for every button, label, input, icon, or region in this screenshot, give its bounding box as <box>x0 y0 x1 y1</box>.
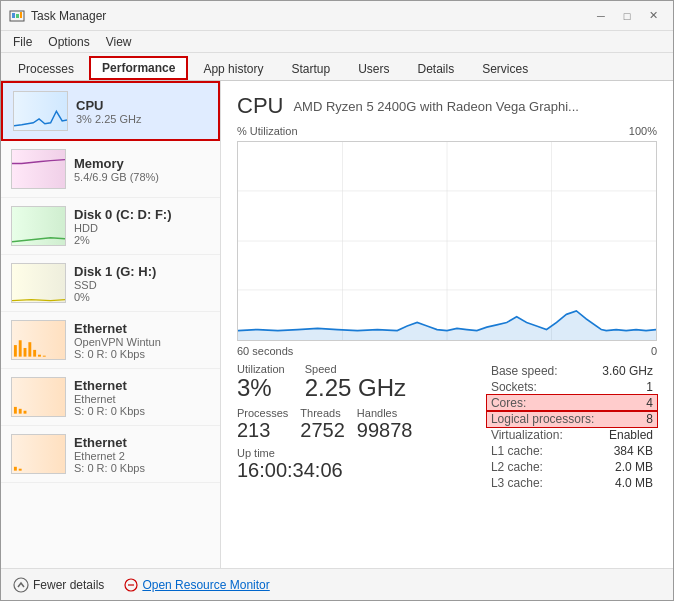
disk0-item-sub1: HDD <box>74 222 210 234</box>
table-row-cores: Cores: 4 <box>487 395 657 411</box>
tab-users[interactable]: Users <box>345 57 402 80</box>
titlebar-left: Task Manager <box>9 8 106 24</box>
cpu-item-info: CPU 3% 2.25 GHz <box>76 98 208 125</box>
eth1-item-sub2: S: 0 R: 0 Kbps <box>74 348 210 360</box>
chevron-up-icon <box>13 577 29 593</box>
svg-rect-4 <box>14 345 17 357</box>
sidebar-item-cpu[interactable]: CPU 3% 2.25 GHz <box>1 81 220 141</box>
eth3-item-sub2: S: 0 R: 0 Kbps <box>74 462 210 474</box>
cpu-item-name: CPU <box>76 98 208 113</box>
cpu-item-sub: 3% 2.25 GHz <box>76 113 208 125</box>
virtualization-value: Enabled <box>598 427 657 443</box>
disk1-item-name: Disk 1 (G: H:) <box>74 264 210 279</box>
tab-processes[interactable]: Processes <box>5 57 87 80</box>
disk0-item-name: Disk 0 (C: D: F:) <box>74 207 210 222</box>
menu-options[interactable]: Options <box>40 33 97 51</box>
sidebar-item-disk0[interactable]: Disk 0 (C: D: F:) HDD 2% <box>1 198 220 255</box>
uptime-label: Up time <box>237 447 477 459</box>
eth2-item-sub1: Ethernet <box>74 393 210 405</box>
eth3-item-sub1: Ethernet 2 <box>74 450 210 462</box>
sidebar-item-disk1[interactable]: Disk 1 (G: H:) SSD 0% <box>1 255 220 312</box>
uptime-value: 16:00:34:06 <box>237 459 477 481</box>
svg-rect-7 <box>28 342 31 356</box>
sidebar: CPU 3% 2.25 GHz Memory 5.4/6.9 GB (78%) <box>1 81 221 568</box>
chart-time-labels: 60 seconds 0 <box>237 345 657 357</box>
window-title: Task Manager <box>31 9 106 23</box>
disk1-thumbnail <box>11 263 66 303</box>
resource-monitor-icon <box>124 578 138 592</box>
sockets-label: Sockets: <box>487 379 598 395</box>
detail-header: CPU AMD Ryzen 5 2400G with Radeon Vega G… <box>237 93 657 119</box>
eth1-item-name: Ethernet <box>74 321 210 336</box>
table-row: Base speed: 3.60 GHz <box>487 363 657 379</box>
fewer-details-label: Fewer details <box>33 578 104 592</box>
svg-rect-11 <box>14 407 17 414</box>
svg-rect-6 <box>24 348 27 357</box>
chart-y-label: % Utilization <box>237 125 298 137</box>
left-stats: Utilization 3% Speed 2.25 GHz Processes … <box>237 363 477 491</box>
processes-block: Processes 213 <box>237 407 288 441</box>
minimize-button[interactable]: ─ <box>589 5 613 27</box>
svg-rect-9 <box>38 355 41 357</box>
l2-cache-label: L2 cache: <box>487 459 598 475</box>
tab-app-history[interactable]: App history <box>190 57 276 80</box>
table-row-logical: Logical processors: 8 <box>487 411 657 427</box>
table-row: Virtualization: Enabled <box>487 427 657 443</box>
memory-item-name: Memory <box>74 156 210 171</box>
menubar: File Options View <box>1 31 673 53</box>
resource-monitor-link[interactable]: Open Resource Monitor <box>124 578 269 592</box>
base-speed-label: Base speed: <box>487 363 598 379</box>
eth2-item-name: Ethernet <box>74 378 210 393</box>
handles-block: Handles 99878 <box>357 407 413 441</box>
maximize-button[interactable]: □ <box>615 5 639 27</box>
svg-rect-5 <box>19 340 22 356</box>
l2-cache-value: 2.0 MB <box>598 459 657 475</box>
tab-startup[interactable]: Startup <box>278 57 343 80</box>
table-row: L3 cache: 4.0 MB <box>487 475 657 491</box>
svg-rect-12 <box>19 409 22 414</box>
eth1-thumbnail <box>11 320 66 360</box>
eth3-thumbnail <box>11 434 66 474</box>
sidebar-item-memory[interactable]: Memory 5.4/6.9 GB (78%) <box>1 141 220 198</box>
eth3-item-name: Ethernet <box>74 435 210 450</box>
cores-value: 4 <box>598 395 657 411</box>
svg-point-24 <box>14 578 28 592</box>
close-button[interactable]: ✕ <box>641 5 665 27</box>
chart-axis-labels: % Utilization 100% <box>237 125 657 137</box>
l1-cache-value: 384 KB <box>598 443 657 459</box>
svg-rect-10 <box>43 356 46 357</box>
base-speed-value: 3.60 GHz <box>598 363 657 379</box>
svg-rect-1 <box>12 13 15 18</box>
right-stats-table: Base speed: 3.60 GHz Sockets: 1 Cores: 4 <box>487 363 657 491</box>
handles-value: 99878 <box>357 419 413 441</box>
tab-performance[interactable]: Performance <box>89 56 188 80</box>
fewer-details-button[interactable]: Fewer details <box>13 577 104 593</box>
tab-services[interactable]: Services <box>469 57 541 80</box>
uptime-block: Up time 16:00:34:06 <box>237 447 477 481</box>
chart-y-max: 100% <box>629 125 657 137</box>
svg-rect-14 <box>14 467 17 471</box>
svg-rect-13 <box>24 411 27 414</box>
cpu-thumbnail <box>13 91 68 131</box>
table-row: Sockets: 1 <box>487 379 657 395</box>
l3-cache-value: 4.0 MB <box>598 475 657 491</box>
cpu-chart <box>237 141 657 341</box>
memory-thumbnail <box>11 149 66 189</box>
table-row: L2 cache: 2.0 MB <box>487 459 657 475</box>
tab-details[interactable]: Details <box>404 57 467 80</box>
virtualization-label: Virtualization: <box>487 427 598 443</box>
menu-view[interactable]: View <box>98 33 140 51</box>
eth1-item-info: Ethernet OpenVPN Wintun S: 0 R: 0 Kbps <box>74 321 210 360</box>
sidebar-item-eth2[interactable]: Ethernet Ethernet S: 0 R: 0 Kbps <box>1 369 220 426</box>
sidebar-item-eth3[interactable]: Ethernet Ethernet 2 S: 0 R: 0 Kbps <box>1 426 220 483</box>
speed-block: Speed 2.25 GHz <box>305 363 406 401</box>
processes-value: 213 <box>237 419 288 441</box>
open-resource-monitor-label[interactable]: Open Resource Monitor <box>142 578 269 592</box>
stats-section: Utilization 3% Speed 2.25 GHz Processes … <box>237 363 657 491</box>
time-left: 60 seconds <box>237 345 293 357</box>
menu-file[interactable]: File <box>5 33 40 51</box>
cpu-specs-table: Base speed: 3.60 GHz Sockets: 1 Cores: 4 <box>487 363 657 491</box>
memory-item-sub: 5.4/6.9 GB (78%) <box>74 171 210 183</box>
handles-label: Handles <box>357 407 413 419</box>
sidebar-item-eth1[interactable]: Ethernet OpenVPN Wintun S: 0 R: 0 Kbps <box>1 312 220 369</box>
